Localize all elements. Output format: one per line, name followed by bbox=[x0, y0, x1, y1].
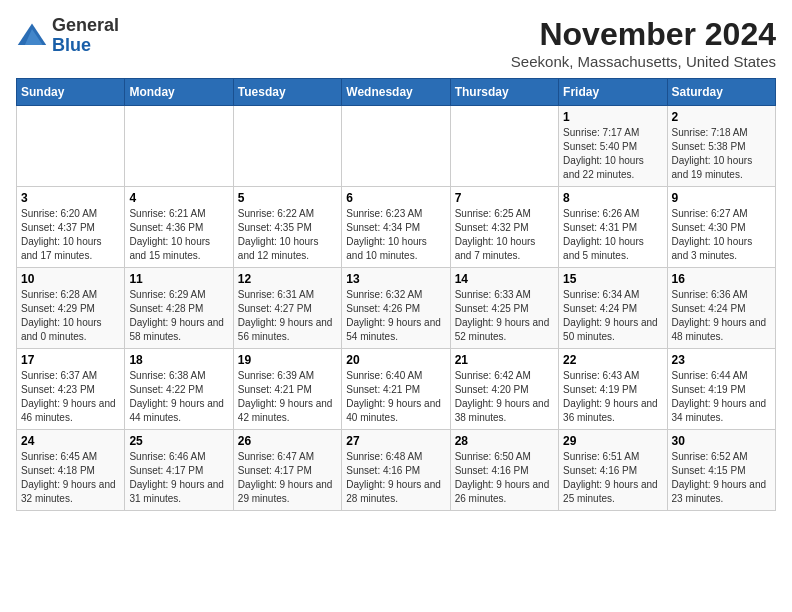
day-cell: 1Sunrise: 7:17 AM Sunset: 5:40 PM Daylig… bbox=[559, 106, 667, 187]
weekday-header-friday: Friday bbox=[559, 79, 667, 106]
day-info: Sunrise: 6:25 AM Sunset: 4:32 PM Dayligh… bbox=[455, 207, 554, 263]
day-number: 10 bbox=[21, 272, 120, 286]
day-number: 21 bbox=[455, 353, 554, 367]
weekday-header-tuesday: Tuesday bbox=[233, 79, 341, 106]
day-cell: 28Sunrise: 6:50 AM Sunset: 4:16 PM Dayli… bbox=[450, 430, 558, 511]
day-info: Sunrise: 6:42 AM Sunset: 4:20 PM Dayligh… bbox=[455, 369, 554, 425]
day-number: 20 bbox=[346, 353, 445, 367]
day-cell: 5Sunrise: 6:22 AM Sunset: 4:35 PM Daylig… bbox=[233, 187, 341, 268]
day-info: Sunrise: 6:37 AM Sunset: 4:23 PM Dayligh… bbox=[21, 369, 120, 425]
day-number: 13 bbox=[346, 272, 445, 286]
day-info: Sunrise: 7:18 AM Sunset: 5:38 PM Dayligh… bbox=[672, 126, 771, 182]
day-number: 7 bbox=[455, 191, 554, 205]
day-cell: 13Sunrise: 6:32 AM Sunset: 4:26 PM Dayli… bbox=[342, 268, 450, 349]
day-cell: 18Sunrise: 6:38 AM Sunset: 4:22 PM Dayli… bbox=[125, 349, 233, 430]
day-cell: 30Sunrise: 6:52 AM Sunset: 4:15 PM Dayli… bbox=[667, 430, 775, 511]
week-row-3: 17Sunrise: 6:37 AM Sunset: 4:23 PM Dayli… bbox=[17, 349, 776, 430]
day-info: Sunrise: 6:22 AM Sunset: 4:35 PM Dayligh… bbox=[238, 207, 337, 263]
day-number: 23 bbox=[672, 353, 771, 367]
day-info: Sunrise: 6:50 AM Sunset: 4:16 PM Dayligh… bbox=[455, 450, 554, 506]
week-row-0: 1Sunrise: 7:17 AM Sunset: 5:40 PM Daylig… bbox=[17, 106, 776, 187]
day-cell: 16Sunrise: 6:36 AM Sunset: 4:24 PM Dayli… bbox=[667, 268, 775, 349]
day-number: 3 bbox=[21, 191, 120, 205]
day-number: 22 bbox=[563, 353, 662, 367]
day-number: 5 bbox=[238, 191, 337, 205]
day-info: Sunrise: 6:27 AM Sunset: 4:30 PM Dayligh… bbox=[672, 207, 771, 263]
day-cell bbox=[125, 106, 233, 187]
day-cell: 14Sunrise: 6:33 AM Sunset: 4:25 PM Dayli… bbox=[450, 268, 558, 349]
day-info: Sunrise: 6:21 AM Sunset: 4:36 PM Dayligh… bbox=[129, 207, 228, 263]
day-number: 24 bbox=[21, 434, 120, 448]
logo-general: General bbox=[52, 15, 119, 35]
day-cell: 20Sunrise: 6:40 AM Sunset: 4:21 PM Dayli… bbox=[342, 349, 450, 430]
day-number: 16 bbox=[672, 272, 771, 286]
weekday-header-wednesday: Wednesday bbox=[342, 79, 450, 106]
day-info: Sunrise: 6:20 AM Sunset: 4:37 PM Dayligh… bbox=[21, 207, 120, 263]
day-cell: 10Sunrise: 6:28 AM Sunset: 4:29 PM Dayli… bbox=[17, 268, 125, 349]
day-number: 30 bbox=[672, 434, 771, 448]
day-cell: 2Sunrise: 7:18 AM Sunset: 5:38 PM Daylig… bbox=[667, 106, 775, 187]
logo-icon bbox=[16, 20, 48, 52]
day-number: 8 bbox=[563, 191, 662, 205]
day-info: Sunrise: 6:46 AM Sunset: 4:17 PM Dayligh… bbox=[129, 450, 228, 506]
logo-text: General Blue bbox=[52, 16, 119, 56]
day-info: Sunrise: 6:36 AM Sunset: 4:24 PM Dayligh… bbox=[672, 288, 771, 344]
day-cell: 25Sunrise: 6:46 AM Sunset: 4:17 PM Dayli… bbox=[125, 430, 233, 511]
day-info: Sunrise: 6:52 AM Sunset: 4:15 PM Dayligh… bbox=[672, 450, 771, 506]
day-number: 6 bbox=[346, 191, 445, 205]
day-info: Sunrise: 6:48 AM Sunset: 4:16 PM Dayligh… bbox=[346, 450, 445, 506]
day-info: Sunrise: 6:29 AM Sunset: 4:28 PM Dayligh… bbox=[129, 288, 228, 344]
day-number: 25 bbox=[129, 434, 228, 448]
day-number: 14 bbox=[455, 272, 554, 286]
day-cell: 22Sunrise: 6:43 AM Sunset: 4:19 PM Dayli… bbox=[559, 349, 667, 430]
day-cell bbox=[233, 106, 341, 187]
day-number: 18 bbox=[129, 353, 228, 367]
day-info: Sunrise: 6:51 AM Sunset: 4:16 PM Dayligh… bbox=[563, 450, 662, 506]
day-cell bbox=[17, 106, 125, 187]
month-title: November 2024 bbox=[511, 16, 776, 53]
weekday-header-monday: Monday bbox=[125, 79, 233, 106]
day-cell bbox=[342, 106, 450, 187]
day-number: 1 bbox=[563, 110, 662, 124]
day-info: Sunrise: 6:23 AM Sunset: 4:34 PM Dayligh… bbox=[346, 207, 445, 263]
weekday-header-sunday: Sunday bbox=[17, 79, 125, 106]
day-cell: 8Sunrise: 6:26 AM Sunset: 4:31 PM Daylig… bbox=[559, 187, 667, 268]
day-cell: 11Sunrise: 6:29 AM Sunset: 4:28 PM Dayli… bbox=[125, 268, 233, 349]
day-cell: 29Sunrise: 6:51 AM Sunset: 4:16 PM Dayli… bbox=[559, 430, 667, 511]
weekday-header-saturday: Saturday bbox=[667, 79, 775, 106]
day-number: 15 bbox=[563, 272, 662, 286]
day-cell: 4Sunrise: 6:21 AM Sunset: 4:36 PM Daylig… bbox=[125, 187, 233, 268]
day-number: 11 bbox=[129, 272, 228, 286]
day-info: Sunrise: 6:45 AM Sunset: 4:18 PM Dayligh… bbox=[21, 450, 120, 506]
day-cell: 26Sunrise: 6:47 AM Sunset: 4:17 PM Dayli… bbox=[233, 430, 341, 511]
title-area: November 2024 Seekonk, Massachusetts, Un… bbox=[511, 16, 776, 70]
day-cell: 7Sunrise: 6:25 AM Sunset: 4:32 PM Daylig… bbox=[450, 187, 558, 268]
location-title: Seekonk, Massachusetts, United States bbox=[511, 53, 776, 70]
day-number: 4 bbox=[129, 191, 228, 205]
day-info: Sunrise: 6:28 AM Sunset: 4:29 PM Dayligh… bbox=[21, 288, 120, 344]
day-number: 9 bbox=[672, 191, 771, 205]
day-number: 27 bbox=[346, 434, 445, 448]
day-number: 12 bbox=[238, 272, 337, 286]
week-row-2: 10Sunrise: 6:28 AM Sunset: 4:29 PM Dayli… bbox=[17, 268, 776, 349]
day-number: 28 bbox=[455, 434, 554, 448]
day-number: 17 bbox=[21, 353, 120, 367]
day-cell: 17Sunrise: 6:37 AM Sunset: 4:23 PM Dayli… bbox=[17, 349, 125, 430]
day-info: Sunrise: 6:31 AM Sunset: 4:27 PM Dayligh… bbox=[238, 288, 337, 344]
day-cell: 24Sunrise: 6:45 AM Sunset: 4:18 PM Dayli… bbox=[17, 430, 125, 511]
day-cell: 9Sunrise: 6:27 AM Sunset: 4:30 PM Daylig… bbox=[667, 187, 775, 268]
logo-blue: Blue bbox=[52, 35, 91, 55]
day-info: Sunrise: 6:34 AM Sunset: 4:24 PM Dayligh… bbox=[563, 288, 662, 344]
day-info: Sunrise: 6:32 AM Sunset: 4:26 PM Dayligh… bbox=[346, 288, 445, 344]
day-cell: 23Sunrise: 6:44 AM Sunset: 4:19 PM Dayli… bbox=[667, 349, 775, 430]
day-info: Sunrise: 6:39 AM Sunset: 4:21 PM Dayligh… bbox=[238, 369, 337, 425]
header: General Blue November 2024 Seekonk, Mass… bbox=[16, 16, 776, 70]
day-number: 2 bbox=[672, 110, 771, 124]
day-cell: 3Sunrise: 6:20 AM Sunset: 4:37 PM Daylig… bbox=[17, 187, 125, 268]
logo: General Blue bbox=[16, 16, 119, 56]
day-cell: 19Sunrise: 6:39 AM Sunset: 4:21 PM Dayli… bbox=[233, 349, 341, 430]
day-info: Sunrise: 6:47 AM Sunset: 4:17 PM Dayligh… bbox=[238, 450, 337, 506]
day-info: Sunrise: 6:38 AM Sunset: 4:22 PM Dayligh… bbox=[129, 369, 228, 425]
day-number: 29 bbox=[563, 434, 662, 448]
weekday-header-thursday: Thursday bbox=[450, 79, 558, 106]
